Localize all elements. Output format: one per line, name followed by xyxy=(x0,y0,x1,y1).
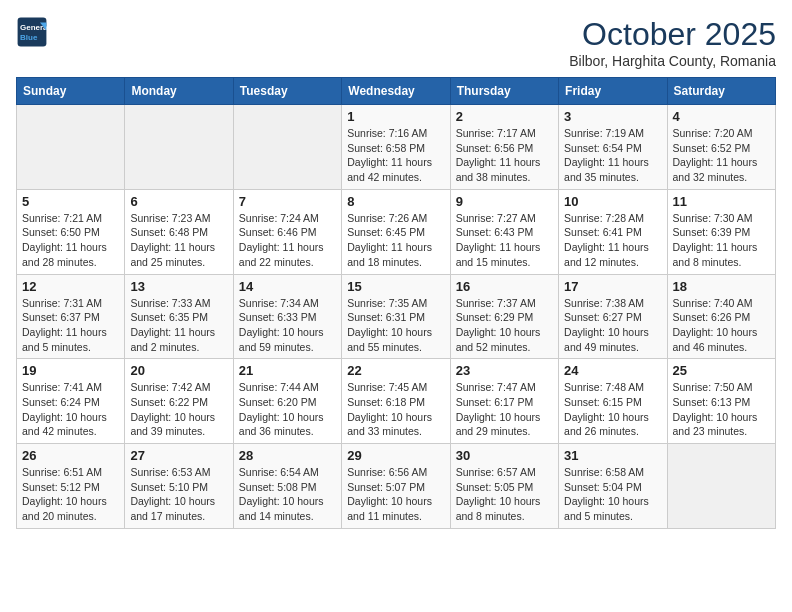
day-number: 4 xyxy=(673,109,770,124)
month-title: October 2025 xyxy=(569,16,776,53)
day-info: Sunrise: 7:45 AM Sunset: 6:18 PM Dayligh… xyxy=(347,380,444,439)
calendar-cell: 5Sunrise: 7:21 AM Sunset: 6:50 PM Daylig… xyxy=(17,189,125,274)
calendar-cell: 19Sunrise: 7:41 AM Sunset: 6:24 PM Dayli… xyxy=(17,359,125,444)
calendar-week-5: 26Sunrise: 6:51 AM Sunset: 5:12 PM Dayli… xyxy=(17,444,776,529)
calendar-cell: 3Sunrise: 7:19 AM Sunset: 6:54 PM Daylig… xyxy=(559,105,667,190)
calendar-cell: 31Sunrise: 6:58 AM Sunset: 5:04 PM Dayli… xyxy=(559,444,667,529)
calendar-cell: 10Sunrise: 7:28 AM Sunset: 6:41 PM Dayli… xyxy=(559,189,667,274)
calendar-cell: 27Sunrise: 6:53 AM Sunset: 5:10 PM Dayli… xyxy=(125,444,233,529)
day-info: Sunrise: 7:44 AM Sunset: 6:20 PM Dayligh… xyxy=(239,380,336,439)
day-info: Sunrise: 6:53 AM Sunset: 5:10 PM Dayligh… xyxy=(130,465,227,524)
day-number: 16 xyxy=(456,279,553,294)
calendar-week-2: 5Sunrise: 7:21 AM Sunset: 6:50 PM Daylig… xyxy=(17,189,776,274)
calendar-cell xyxy=(667,444,775,529)
weekday-header-saturday: Saturday xyxy=(667,78,775,105)
day-number: 3 xyxy=(564,109,661,124)
weekday-header-monday: Monday xyxy=(125,78,233,105)
weekday-header-wednesday: Wednesday xyxy=(342,78,450,105)
svg-text:Blue: Blue xyxy=(20,33,38,42)
weekday-header-sunday: Sunday xyxy=(17,78,125,105)
day-number: 12 xyxy=(22,279,119,294)
day-info: Sunrise: 7:20 AM Sunset: 6:52 PM Dayligh… xyxy=(673,126,770,185)
day-number: 18 xyxy=(673,279,770,294)
location-subtitle: Bilbor, Harghita County, Romania xyxy=(569,53,776,69)
day-info: Sunrise: 7:50 AM Sunset: 6:13 PM Dayligh… xyxy=(673,380,770,439)
calendar-week-3: 12Sunrise: 7:31 AM Sunset: 6:37 PM Dayli… xyxy=(17,274,776,359)
weekday-header-friday: Friday xyxy=(559,78,667,105)
page-header: General Blue October 2025 Bilbor, Harghi… xyxy=(16,16,776,69)
day-info: Sunrise: 7:38 AM Sunset: 6:27 PM Dayligh… xyxy=(564,296,661,355)
calendar-cell: 21Sunrise: 7:44 AM Sunset: 6:20 PM Dayli… xyxy=(233,359,341,444)
day-info: Sunrise: 7:16 AM Sunset: 6:58 PM Dayligh… xyxy=(347,126,444,185)
day-number: 13 xyxy=(130,279,227,294)
calendar-cell: 30Sunrise: 6:57 AM Sunset: 5:05 PM Dayli… xyxy=(450,444,558,529)
day-info: Sunrise: 7:41 AM Sunset: 6:24 PM Dayligh… xyxy=(22,380,119,439)
calendar-cell: 20Sunrise: 7:42 AM Sunset: 6:22 PM Dayli… xyxy=(125,359,233,444)
day-number: 21 xyxy=(239,363,336,378)
day-info: Sunrise: 7:34 AM Sunset: 6:33 PM Dayligh… xyxy=(239,296,336,355)
day-info: Sunrise: 6:56 AM Sunset: 5:07 PM Dayligh… xyxy=(347,465,444,524)
calendar-cell: 23Sunrise: 7:47 AM Sunset: 6:17 PM Dayli… xyxy=(450,359,558,444)
day-number: 2 xyxy=(456,109,553,124)
calendar-cell: 11Sunrise: 7:30 AM Sunset: 6:39 PM Dayli… xyxy=(667,189,775,274)
day-number: 23 xyxy=(456,363,553,378)
calendar-cell: 8Sunrise: 7:26 AM Sunset: 6:45 PM Daylig… xyxy=(342,189,450,274)
day-info: Sunrise: 7:47 AM Sunset: 6:17 PM Dayligh… xyxy=(456,380,553,439)
logo: General Blue xyxy=(16,16,48,48)
calendar-cell: 2Sunrise: 7:17 AM Sunset: 6:56 PM Daylig… xyxy=(450,105,558,190)
day-info: Sunrise: 7:40 AM Sunset: 6:26 PM Dayligh… xyxy=(673,296,770,355)
day-info: Sunrise: 7:48 AM Sunset: 6:15 PM Dayligh… xyxy=(564,380,661,439)
day-number: 25 xyxy=(673,363,770,378)
calendar-cell xyxy=(233,105,341,190)
day-number: 8 xyxy=(347,194,444,209)
day-number: 29 xyxy=(347,448,444,463)
calendar-cell: 29Sunrise: 6:56 AM Sunset: 5:07 PM Dayli… xyxy=(342,444,450,529)
day-number: 1 xyxy=(347,109,444,124)
day-info: Sunrise: 7:30 AM Sunset: 6:39 PM Dayligh… xyxy=(673,211,770,270)
day-info: Sunrise: 7:21 AM Sunset: 6:50 PM Dayligh… xyxy=(22,211,119,270)
calendar-cell: 12Sunrise: 7:31 AM Sunset: 6:37 PM Dayli… xyxy=(17,274,125,359)
day-number: 9 xyxy=(456,194,553,209)
calendar-cell: 1Sunrise: 7:16 AM Sunset: 6:58 PM Daylig… xyxy=(342,105,450,190)
day-number: 14 xyxy=(239,279,336,294)
calendar-cell xyxy=(17,105,125,190)
weekday-header-thursday: Thursday xyxy=(450,78,558,105)
calendar-cell: 7Sunrise: 7:24 AM Sunset: 6:46 PM Daylig… xyxy=(233,189,341,274)
weekday-header-row: SundayMondayTuesdayWednesdayThursdayFrid… xyxy=(17,78,776,105)
calendar-table: SundayMondayTuesdayWednesdayThursdayFrid… xyxy=(16,77,776,529)
day-info: Sunrise: 7:28 AM Sunset: 6:41 PM Dayligh… xyxy=(564,211,661,270)
calendar-body: 1Sunrise: 7:16 AM Sunset: 6:58 PM Daylig… xyxy=(17,105,776,529)
day-info: Sunrise: 7:23 AM Sunset: 6:48 PM Dayligh… xyxy=(130,211,227,270)
calendar-cell: 13Sunrise: 7:33 AM Sunset: 6:35 PM Dayli… xyxy=(125,274,233,359)
calendar-cell: 25Sunrise: 7:50 AM Sunset: 6:13 PM Dayli… xyxy=(667,359,775,444)
calendar-header: SundayMondayTuesdayWednesdayThursdayFrid… xyxy=(17,78,776,105)
day-info: Sunrise: 6:51 AM Sunset: 5:12 PM Dayligh… xyxy=(22,465,119,524)
day-number: 20 xyxy=(130,363,227,378)
weekday-header-tuesday: Tuesday xyxy=(233,78,341,105)
day-info: Sunrise: 6:54 AM Sunset: 5:08 PM Dayligh… xyxy=(239,465,336,524)
logo-icon: General Blue xyxy=(16,16,48,48)
day-info: Sunrise: 7:31 AM Sunset: 6:37 PM Dayligh… xyxy=(22,296,119,355)
calendar-cell xyxy=(125,105,233,190)
day-number: 26 xyxy=(22,448,119,463)
calendar-cell: 14Sunrise: 7:34 AM Sunset: 6:33 PM Dayli… xyxy=(233,274,341,359)
day-number: 17 xyxy=(564,279,661,294)
day-number: 22 xyxy=(347,363,444,378)
day-number: 15 xyxy=(347,279,444,294)
day-info: Sunrise: 7:24 AM Sunset: 6:46 PM Dayligh… xyxy=(239,211,336,270)
day-number: 19 xyxy=(22,363,119,378)
calendar-cell: 17Sunrise: 7:38 AM Sunset: 6:27 PM Dayli… xyxy=(559,274,667,359)
day-info: Sunrise: 7:17 AM Sunset: 6:56 PM Dayligh… xyxy=(456,126,553,185)
day-number: 11 xyxy=(673,194,770,209)
calendar-cell: 9Sunrise: 7:27 AM Sunset: 6:43 PM Daylig… xyxy=(450,189,558,274)
day-info: Sunrise: 7:27 AM Sunset: 6:43 PM Dayligh… xyxy=(456,211,553,270)
calendar-week-4: 19Sunrise: 7:41 AM Sunset: 6:24 PM Dayli… xyxy=(17,359,776,444)
day-number: 7 xyxy=(239,194,336,209)
day-number: 30 xyxy=(456,448,553,463)
day-info: Sunrise: 7:42 AM Sunset: 6:22 PM Dayligh… xyxy=(130,380,227,439)
calendar-cell: 15Sunrise: 7:35 AM Sunset: 6:31 PM Dayli… xyxy=(342,274,450,359)
day-number: 24 xyxy=(564,363,661,378)
day-info: Sunrise: 7:33 AM Sunset: 6:35 PM Dayligh… xyxy=(130,296,227,355)
day-number: 10 xyxy=(564,194,661,209)
calendar-cell: 26Sunrise: 6:51 AM Sunset: 5:12 PM Dayli… xyxy=(17,444,125,529)
